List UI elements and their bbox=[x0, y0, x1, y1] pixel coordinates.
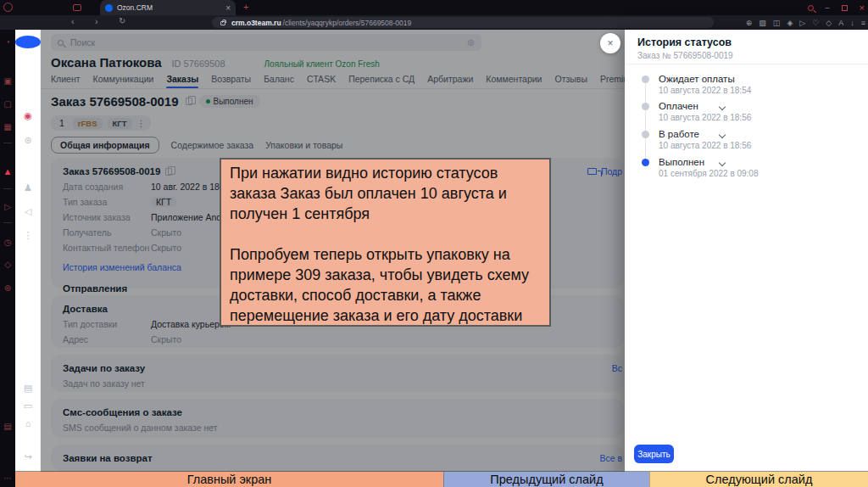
status-item-v-rabote[interactable]: В работе 10 августа 2022 в 18:56 bbox=[625, 129, 868, 150]
more-icon[interactable]: ⋯ bbox=[0, 473, 15, 483]
tab-title: Ozon.CRM bbox=[117, 3, 221, 12]
annotation-paragraph: Попробуем теперь открыть упаковку на при… bbox=[230, 244, 541, 326]
tab-arbitrazhi[interactable]: Арбитражи bbox=[427, 74, 473, 84]
app-rail: ◔ ▣ ▢ ▦ ▲ ▷ ◷ ◇ ⊛ ▤ ⋯ bbox=[0, 30, 15, 487]
browser-tab[interactable]: Ozon.CRM × bbox=[100, 0, 236, 15]
url-path: /clients/yaqqrykp/orders/57669508-0019 bbox=[283, 19, 412, 27]
annotation-box: При нажатии видно историю статусов заказ… bbox=[220, 158, 551, 327]
order-badges: 1 rFBS КГТ ⋮ bbox=[51, 115, 151, 131]
annotation-paragraph: При нажатии видно историю статусов заказ… bbox=[230, 163, 541, 224]
history-icon[interactable]: ◷ bbox=[0, 238, 15, 247]
gallery-icon[interactable]: ▤ bbox=[0, 422, 15, 431]
subtab-obshchaya-informaciya[interactable]: Общая информация bbox=[51, 137, 159, 154]
stream-icon[interactable]: ▢ bbox=[0, 99, 15, 109]
subtab-upakovki-i-tovary[interactable]: Упаковки и товары bbox=[265, 140, 342, 150]
loyalty-badge: Лояльный клиент Ozon Fresh bbox=[264, 59, 380, 69]
home-screen-button[interactable]: Главный экран bbox=[15, 472, 443, 487]
all-returns-link[interactable]: Все в bbox=[599, 453, 622, 463]
balance-history-link[interactable]: История изменений баланса bbox=[63, 262, 181, 272]
client-tabs: Клиент Коммуникации Заказы Возвраты Бала… bbox=[51, 74, 625, 84]
field-row: Адрес Скрыто bbox=[63, 334, 612, 344]
status-item-oplachen[interactable]: Оплачен 10 августа 2022 в 18:56 bbox=[625, 101, 868, 122]
tab-perepiska-sd[interactable]: Переписка с СД bbox=[348, 74, 415, 84]
browser-toolbar: ‹ › ↻ crm.o3team.ru /clients/yaqqrykp/or… bbox=[0, 15, 868, 30]
tab-balans[interactable]: Баланс bbox=[264, 74, 294, 84]
heart-icon[interactable]: ♡ bbox=[812, 19, 819, 27]
status-date: 10 августа 2022 в 18:56 bbox=[659, 113, 868, 122]
cube-icon[interactable]: ◇ bbox=[826, 19, 832, 27]
forward-icon[interactable]: › bbox=[95, 16, 98, 26]
menu-icon[interactable]: ≡ bbox=[861, 19, 865, 27]
field-value-hidden: Скрыто bbox=[151, 243, 181, 253]
profile-icon[interactable]: A bbox=[838, 19, 843, 27]
chat-icon[interactable]: ▭ bbox=[15, 400, 41, 411]
truck-icon bbox=[587, 168, 597, 175]
shield-icon[interactable]: ◈ bbox=[787, 19, 793, 27]
window-minimize-icon[interactable]: – bbox=[826, 3, 830, 12]
profile-logo-icon[interactable] bbox=[15, 36, 41, 48]
kebab-menu-icon[interactable]: ⋮ bbox=[137, 119, 146, 128]
dashboard-icon[interactable]: ◔ bbox=[0, 37, 15, 47]
window-maximize-icon[interactable] bbox=[842, 5, 848, 11]
drawer-close-icon[interactable]: × bbox=[600, 33, 620, 53]
home-icon[interactable]: ⌂ bbox=[15, 418, 41, 428]
logo-flame-icon[interactable]: ▲ bbox=[0, 166, 15, 176]
extension-icon[interactable]: ▨ bbox=[759, 19, 766, 27]
settings-icon[interactable]: ⊛ bbox=[0, 283, 15, 293]
tasks-title: Задачи по заказу bbox=[63, 363, 612, 373]
search-bar[interactable]: ⊛ bbox=[51, 34, 481, 51]
download-icon[interactable]: ↓ bbox=[850, 19, 854, 27]
tab-premium[interactable]: Premium bbox=[600, 74, 625, 84]
tab-vozvraty[interactable]: Возвраты bbox=[211, 74, 251, 84]
all-tasks-link[interactable]: Вс bbox=[612, 363, 622, 373]
copy-icon[interactable] bbox=[186, 98, 192, 105]
announce-icon[interactable]: ◁ bbox=[15, 206, 41, 217]
subtab-soderzhimoe-zakaza[interactable]: Содержимое заказа bbox=[171, 140, 254, 150]
delivery-details-link[interactable]: Подр bbox=[587, 166, 622, 176]
order-counter-badge[interactable]: 1 bbox=[56, 118, 68, 128]
field-value-kgt-badge: КГТ bbox=[151, 197, 176, 207]
tab-kommunikacii[interactable]: Коммуникации bbox=[93, 74, 154, 84]
user-icon[interactable]: ♟ bbox=[15, 182, 41, 193]
logout-icon[interactable]: ↪ bbox=[15, 451, 41, 462]
tab-zakazy[interactable]: Заказы bbox=[166, 74, 198, 84]
search-input[interactable] bbox=[69, 36, 462, 48]
search-settings-icon[interactable]: ⊛ bbox=[467, 37, 475, 48]
record-icon[interactable]: ◉ bbox=[15, 110, 41, 121]
tab-klient[interactable]: Клиент bbox=[51, 74, 81, 84]
settings-icon[interactable]: ⊛ bbox=[15, 135, 41, 146]
back-icon[interactable]: ‹ bbox=[71, 16, 75, 26]
zoom-icon[interactable]: ⊕ bbox=[746, 19, 753, 27]
order-info-title-text: Заказ 57669508-0019 bbox=[63, 166, 160, 176]
tabs-divider bbox=[41, 88, 625, 89]
gallery-icon[interactable]: ▤ bbox=[15, 383, 41, 394]
send-icon[interactable]: ▷ bbox=[799, 19, 805, 27]
copy-icon[interactable] bbox=[165, 168, 172, 176]
tab-overview-icon[interactable] bbox=[73, 4, 81, 11]
window-close-icon[interactable]: × bbox=[860, 3, 865, 13]
briefcase-icon[interactable]: ▣ bbox=[0, 76, 15, 86]
tasks-card: Задачи по заказу Вс Задач по заказу нет bbox=[51, 355, 624, 392]
field-label: Дата создания bbox=[63, 182, 151, 192]
url-bar[interactable]: crm.o3team.ru /clients/yaqqrykp/orders/5… bbox=[212, 17, 714, 28]
apps-icon[interactable]: ▦ bbox=[0, 122, 15, 132]
previous-slide-button[interactable]: Предыдущий слайд bbox=[443, 472, 649, 487]
tab-close-icon[interactable]: × bbox=[225, 3, 231, 13]
close-button[interactable]: Закрыть bbox=[634, 445, 674, 463]
browser-menu-icon[interactable] bbox=[3, 3, 13, 12]
status-item-vypolnen[interactable]: Выполнен 01 сентября 2022 в 09:08 bbox=[625, 157, 868, 178]
tab-kommentarii[interactable]: Комментарии bbox=[486, 74, 542, 84]
new-tab-button[interactable]: + bbox=[243, 2, 248, 12]
reload-icon[interactable]: ↻ bbox=[119, 16, 125, 25]
play-icon[interactable]: ▷ bbox=[0, 202, 15, 211]
package-icon[interactable]: ◇ bbox=[0, 260, 15, 269]
tab-otzyvy[interactable]: Отзывы bbox=[554, 74, 587, 84]
titlebar-search-icon[interactable] bbox=[808, 5, 814, 11]
tab-ctask[interactable]: CTASK bbox=[307, 74, 336, 84]
status-dot bbox=[642, 76, 649, 83]
more-icon[interactable]: ⋮ bbox=[15, 230, 41, 241]
browser-titlebar: Ozon.CRM × + – × bbox=[0, 0, 868, 15]
camera-icon[interactable]: ◫ bbox=[773, 19, 781, 27]
next-slide-button[interactable]: Следующий слайд bbox=[649, 472, 868, 487]
kgt-badge: КГТ bbox=[108, 118, 132, 129]
